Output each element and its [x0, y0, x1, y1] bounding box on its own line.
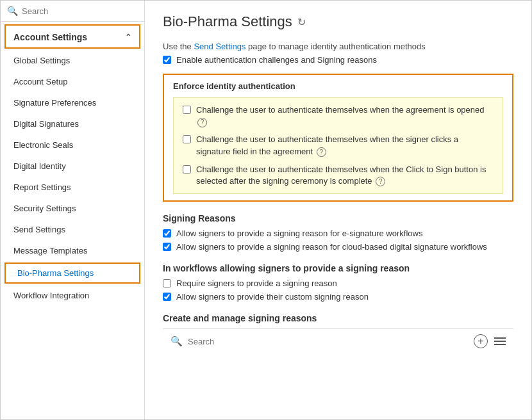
bottom-actions: +: [474, 334, 506, 348]
sidebar-item-report-settings[interactable]: Report Settings: [1, 177, 144, 198]
challenge-click-sign-text: Challenge the user to authenticate thems…: [196, 164, 494, 187]
sidebar-item-bio-pharma-settings[interactable]: Bio-Pharma Settings: [4, 262, 140, 284]
intro-text-after: page to manage identity authentication m…: [245, 42, 425, 51]
allow-custom-reason-label: Allow signers to provide their custom si…: [176, 292, 369, 302]
allow-custom-reason-row: Allow signers to provide their custom si…: [163, 292, 513, 302]
search-icon: 🔍: [7, 6, 18, 16]
bottom-search-input[interactable]: [188, 337, 469, 346]
challenge-click-sign-row: Challenge the user to authenticate thems…: [183, 164, 494, 187]
send-settings-link[interactable]: Send Settings: [194, 42, 245, 51]
workflows-section-title: In workflows allowing signers to provide…: [163, 263, 513, 273]
bottom-search-icon: 🔍: [170, 335, 183, 347]
enable-auth-label: Enable authentication challenges and Sig…: [176, 55, 377, 65]
signing-reason-cloud-checkbox[interactable]: [163, 243, 171, 251]
chevron-up-icon: ⌃: [125, 33, 131, 42]
main-content: Bio-Pharma Settings ↻ Use the Send Setti…: [145, 1, 531, 419]
signing-reason-cloud-row: Allow signers to provide a signing reaso…: [163, 242, 513, 252]
sidebar-item-digital-identity[interactable]: Digital Identity: [1, 156, 144, 177]
challenge-field-text: Challenge the user to authenticate thems…: [196, 134, 494, 157]
account-settings-label: Account Settings: [13, 32, 87, 42]
enforce-identity-box: Enforce identity authentication Challeng…: [163, 74, 513, 202]
menu-icon[interactable]: [494, 337, 506, 345]
sidebar-item-electronic-seals[interactable]: Electronic Seals: [1, 134, 144, 156]
main-layout: 🔍 Account Settings ⌃ Global Settings Acc…: [1, 1, 531, 419]
sidebar-item-message-templates[interactable]: Message Templates: [1, 240, 144, 261]
sidebar-item-global-settings[interactable]: Global Settings: [1, 50, 144, 71]
enforce-identity-title: Enforce identity authentication: [173, 81, 503, 91]
enforce-highlight-box: Challenge the user to authenticate thems…: [173, 97, 503, 194]
signing-reason-esig-row: Allow signers to provide a signing reaso…: [163, 229, 513, 238]
require-signing-reason-label: Require signers to provide a signing rea…: [176, 279, 337, 288]
sidebar-item-workflow-integration[interactable]: Workflow Integration: [1, 285, 144, 306]
signing-reasons-title: Signing Reasons: [163, 213, 513, 223]
require-signing-reason-row: Require signers to provide a signing rea…: [163, 279, 513, 288]
challenge-open-text: Challenge the user to authenticate thems…: [196, 104, 494, 127]
challenge-field-help-icon[interactable]: ?: [317, 147, 326, 157]
sidebar-item-account-setup[interactable]: Account Setup: [1, 71, 144, 92]
signing-reason-esig-label: Allow signers to provide a signing reaso…: [176, 229, 422, 238]
sidebar-item-security-settings[interactable]: Security Settings: [1, 198, 144, 219]
refresh-icon[interactable]: ↻: [297, 16, 306, 28]
signing-reason-cloud-label: Allow signers to provide a signing reaso…: [176, 242, 487, 252]
enable-auth-checkbox[interactable]: [163, 56, 171, 64]
signing-reason-esig-checkbox[interactable]: [163, 229, 171, 238]
page-title-row: Bio-Pharma Settings ↻: [163, 13, 513, 30]
intro-text-before: Use the: [163, 42, 194, 51]
challenge-click-sign-help-icon[interactable]: ?: [376, 177, 385, 186]
allow-custom-reason-checkbox[interactable]: [163, 293, 171, 301]
require-signing-reason-checkbox[interactable]: [163, 279, 171, 287]
challenge-open-help-icon[interactable]: ?: [197, 118, 207, 127]
challenge-field-row: Challenge the user to authenticate thems…: [183, 134, 494, 157]
intro-text: Use the Send Settings page to manage ide…: [163, 42, 513, 51]
sidebar-search-input[interactable]: [22, 6, 138, 16]
challenge-click-sign-checkbox[interactable]: [183, 165, 191, 174]
app-window: 🔍 Account Settings ⌃ Global Settings Acc…: [0, 0, 532, 420]
challenge-open-row: Challenge the user to authenticate thems…: [183, 104, 494, 127]
account-settings-section[interactable]: Account Settings ⌃: [4, 24, 140, 49]
enable-auth-row: Enable authentication challenges and Sig…: [163, 55, 513, 65]
bottom-bar: 🔍 +: [163, 328, 513, 353]
sidebar-search-bar[interactable]: 🔍: [1, 1, 144, 22]
challenge-open-checkbox[interactable]: [183, 106, 191, 114]
sidebar-item-signature-preferences[interactable]: Signature Preferences: [1, 92, 144, 113]
sidebar-item-digital-signatures[interactable]: Digital Signatures: [1, 113, 144, 134]
create-manage-title: Create and manage signing reasons: [163, 313, 513, 323]
sidebar-item-send-settings[interactable]: Send Settings: [1, 219, 144, 240]
add-button[interactable]: +: [474, 334, 488, 348]
sidebar: 🔍 Account Settings ⌃ Global Settings Acc…: [1, 1, 145, 419]
page-title: Bio-Pharma Settings: [163, 13, 292, 30]
nav-list: Global Settings Account Setup Signature …: [1, 50, 144, 306]
challenge-field-checkbox[interactable]: [183, 135, 191, 143]
